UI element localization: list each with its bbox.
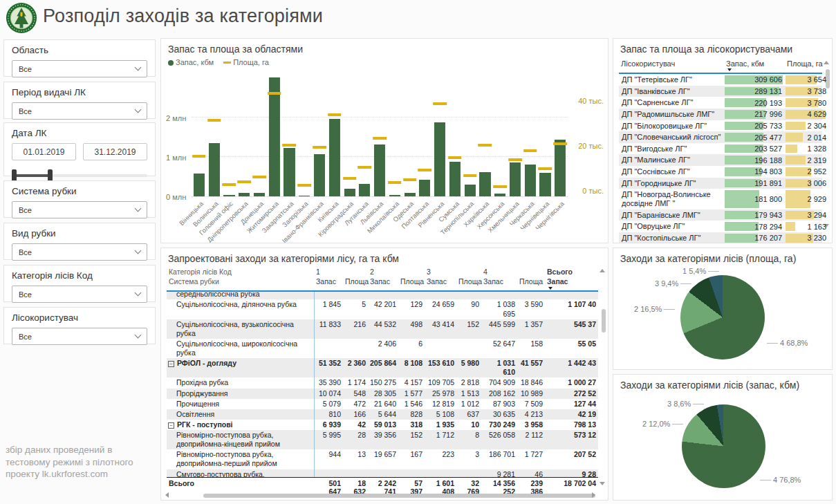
area-marker[interactable] xyxy=(479,144,492,147)
bar[interactable] xyxy=(209,143,220,196)
value-cell[interactable]: 51 352 xyxy=(314,358,343,377)
area-marker[interactable] xyxy=(523,149,537,152)
value-cell[interactable]: 318 xyxy=(398,420,425,430)
value-cell[interactable]: 5 079 xyxy=(314,399,343,409)
value-cell[interactable] xyxy=(456,469,481,478)
matrix-row[interactable]: середньолісосічна рубка xyxy=(167,292,598,299)
value-cell[interactable]: 11 833 xyxy=(314,319,343,339)
value-cell[interactable]: 1 513 xyxy=(456,389,481,399)
matrix-total-column-header[interactable]: ВсьогоЗапас xyxy=(545,266,598,290)
row-header[interactable]: Освітлення xyxy=(167,409,314,420)
bar[interactable] xyxy=(419,180,430,196)
value-cell[interactable]: 13 xyxy=(343,449,368,469)
bar[interactable] xyxy=(223,195,234,196)
value-cell[interactable]: 90 xyxy=(456,299,481,319)
value-cell[interactable]: 28 xyxy=(343,430,368,449)
value-cell[interactable]: 42 19 xyxy=(545,409,598,420)
value-cell[interactable] xyxy=(545,292,598,299)
value-cell[interactable]: 5 644 xyxy=(368,409,398,420)
value-cell[interactable]: 24 659 xyxy=(425,299,456,319)
period-dropdown[interactable]: Все xyxy=(12,102,147,120)
bar[interactable] xyxy=(254,193,265,196)
horizontal-scrollbar-thumb[interactable] xyxy=(203,494,595,498)
value-cell[interactable]: 3 590 xyxy=(517,299,545,319)
area-marker[interactable] xyxy=(539,167,552,170)
value-cell[interactable]: 2 112 xyxy=(517,430,545,449)
scroll-down-icon[interactable] xyxy=(600,482,605,485)
value-cell[interactable]: 207 52 xyxy=(545,449,598,469)
value-cell[interactable] xyxy=(481,292,517,299)
value-cell[interactable] xyxy=(368,292,398,299)
value-cell[interactable]: 730 249 xyxy=(481,420,517,430)
value-cell[interactable]: 3 958 xyxy=(517,420,545,430)
matrix-column-header[interactable]: 4Запас xyxy=(481,266,517,290)
value-cell[interactable] xyxy=(343,292,368,299)
area-marker[interactable] xyxy=(192,155,206,158)
value-cell[interactable]: 152 xyxy=(398,430,425,449)
bar[interactable] xyxy=(389,195,400,196)
value-cell[interactable]: 158 xyxy=(517,339,545,358)
value-cell[interactable]: 8 108 xyxy=(398,358,425,377)
value-cell[interactable] xyxy=(368,469,398,478)
value-cell[interactable]: 2 818 xyxy=(456,377,481,388)
value-cell[interactable]: 7 509 xyxy=(517,399,545,409)
date-start-input[interactable]: 01.01.2019 xyxy=(12,143,76,160)
matrix-column-header[interactable]: 3Запас xyxy=(425,266,456,290)
oblast-dropdown[interactable]: Все xyxy=(12,60,147,77)
bar[interactable] xyxy=(239,193,250,196)
matrix-row[interactable]: Прочищення5 07947221 6401 54612 8191 012… xyxy=(167,399,598,409)
value-cell[interactable]: 4 157 xyxy=(398,377,425,388)
row-header[interactable]: Прохідна рубка xyxy=(167,377,314,388)
value-cell[interactable]: 1 038 695 xyxy=(481,299,517,319)
value-cell[interactable]: 39 356 xyxy=(368,430,398,449)
value-cell[interactable]: 1 577 xyxy=(398,389,425,399)
forest-user-dropdown[interactable]: Все xyxy=(12,328,147,345)
bar[interactable] xyxy=(479,172,490,196)
legend-item-zapas[interactable]: Запас, кбм xyxy=(168,58,214,66)
pie-chart-stock[interactable] xyxy=(682,404,765,488)
scroll-up-icon[interactable] xyxy=(600,269,605,272)
bar[interactable] xyxy=(194,174,205,196)
bar[interactable] xyxy=(299,196,310,196)
matrix-row[interactable]: Рівномірно-поступова рубка, двоприйомна-… xyxy=(167,430,598,449)
column-header-ploshcha[interactable]: Площа, га xyxy=(785,58,829,71)
value-cell[interactable]: 153 610 xyxy=(425,358,456,377)
bar[interactable] xyxy=(465,185,476,196)
area-marker[interactable] xyxy=(388,181,402,184)
value-cell[interactable]: 166 xyxy=(343,409,368,420)
value-cell[interactable]: 18 846 xyxy=(517,377,545,388)
matrix-row[interactable]: −РГК - поступові6 9394259 0133181 935107… xyxy=(167,420,598,430)
value-cell[interactable]: 59 013 xyxy=(368,420,398,430)
collapse-icon[interactable]: − xyxy=(168,361,174,367)
matrix-row[interactable]: Суцільнолісосічна, діляночна рубка1 8455… xyxy=(167,299,598,319)
value-cell[interactable]: 46 xyxy=(517,469,545,478)
value-cell[interactable]: 1 357 xyxy=(517,319,545,339)
value-cell[interactable]: 12 819 xyxy=(425,399,456,409)
value-cell[interactable]: 704 909 xyxy=(481,377,517,388)
value-cell[interactable]: 167 xyxy=(398,449,425,469)
value-cell[interactable]: 5 995 xyxy=(314,430,343,449)
table-row[interactable]: ДП "Радомишльське ЛМГ"217 9964 629 xyxy=(619,109,822,120)
value-cell[interactable]: 19 657 xyxy=(368,449,398,469)
value-cell[interactable] xyxy=(425,339,456,358)
value-cell[interactable]: 4 213 xyxy=(517,409,545,420)
value-cell[interactable]: 152 xyxy=(456,319,481,339)
value-cell[interactable]: 545 37 xyxy=(545,319,598,339)
column-header-zapas[interactable]: Запас, кбм xyxy=(724,58,785,71)
row-header[interactable]: −РФіОЛ - догляду xyxy=(167,358,314,377)
cut-system-dropdown[interactable]: Все xyxy=(12,201,147,218)
bar[interactable] xyxy=(374,144,385,196)
column-header-user[interactable]: Лісокористувач xyxy=(619,58,724,71)
value-cell[interactable]: 223 xyxy=(425,449,456,469)
value-cell[interactable] xyxy=(398,469,425,478)
value-cell[interactable]: 2 406 xyxy=(368,339,398,358)
table-row[interactable]: ДП "Костопільське ЛГ"176 2073 230 xyxy=(619,232,822,243)
area-marker[interactable] xyxy=(313,146,326,149)
value-cell[interactable]: 1 012 xyxy=(456,399,481,409)
bar[interactable] xyxy=(269,77,280,196)
table-row[interactable]: ДП "Словечанський лісгосп"205 4772 014 xyxy=(619,131,822,143)
value-cell[interactable]: 10 xyxy=(456,420,481,430)
value-cell[interactable]: 8 xyxy=(456,430,481,449)
area-marker[interactable] xyxy=(448,156,462,159)
value-cell[interactable]: 208 162 xyxy=(481,389,517,399)
